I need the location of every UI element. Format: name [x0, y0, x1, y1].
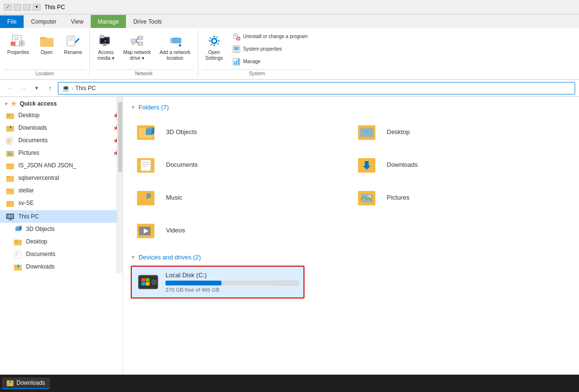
properties-icon: ✓	[11, 33, 26, 49]
svg-rect-95	[142, 162, 149, 163]
ribbon-group-system: Open Settings	[198, 30, 316, 77]
tab-file[interactable]: File	[0, 15, 24, 28]
btn-access-media[interactable]: Access media ▾	[94, 31, 118, 64]
btn-open-settings[interactable]: Open Settings	[202, 31, 226, 64]
pc-downloads-label: Downloads	[26, 263, 55, 270]
svg-rect-71	[7, 215, 13, 218]
sidebar-item-pc-downloads[interactable]: Downloads	[0, 260, 123, 273]
pictures-label: Pictures	[18, 149, 39, 156]
sqlserver-label: sqlservercentral	[18, 175, 59, 181]
sidebar-item-svse[interactable]: sv-SE	[0, 197, 123, 209]
ribbon-group-location: ✓ Properties Open	[0, 30, 90, 77]
sidebar-item-desktop[interactable]: Desktop 📌	[0, 109, 123, 122]
sidebar-item-3dobjects[interactable]: 3D Objects	[0, 223, 123, 235]
svg-rect-83	[18, 265, 19, 267]
svg-rect-24	[138, 36, 143, 40]
sidebar-item-sqlserver[interactable]: sqlservercentral	[0, 172, 123, 184]
folder-music-name: Music	[166, 194, 182, 201]
folders-section-title: Folders (7)	[138, 104, 169, 111]
device-bar-fill	[165, 281, 221, 285]
system-props-label: System properties	[243, 46, 282, 52]
pc-downloads-icon	[14, 262, 23, 271]
svg-rect-41	[234, 47, 239, 50]
sidebar-item-downloads[interactable]: Downloads 📌	[0, 122, 123, 134]
btn-add-network[interactable]: Add a network location	[156, 31, 194, 64]
svg-rect-45	[234, 61, 235, 65]
folders-section-header[interactable]: ▼ Folders (7)	[131, 104, 571, 111]
sidebar-item-documents[interactable]: Documents 📌	[0, 134, 123, 147]
thispc-label: This PC	[18, 213, 39, 220]
folder-desktop[interactable]: Desktop	[352, 116, 572, 148]
btn-rename[interactable]: Rename	[61, 31, 86, 58]
svg-rect-47	[238, 59, 239, 65]
folder-downloads[interactable]: Downloads	[352, 149, 572, 180]
btn-map-network[interactable]: Map network drive ▾	[120, 31, 154, 64]
svg-line-27	[136, 41, 138, 43]
downloads-folder-icon	[6, 123, 15, 133]
svg-rect-111	[141, 278, 145, 282]
btn-system-props[interactable]: System properties	[228, 43, 312, 55]
svg-rect-67	[6, 189, 10, 190]
btn-properties[interactable]: ✓ Properties	[4, 31, 33, 58]
folder-3dobjects[interactable]: 3D Objects	[131, 116, 351, 148]
sidebar-item-stellar[interactable]: stellar	[0, 184, 123, 197]
videos-big-icon	[137, 218, 160, 242]
quick-access-save[interactable]: ✓	[4, 4, 12, 11]
back-btn[interactable]: ←	[4, 82, 15, 94]
tab-drive-tools-sub[interactable]: Drive Tools	[126, 15, 169, 28]
svg-rect-112	[146, 278, 150, 282]
ribbon-system-content: Open Settings	[202, 31, 312, 68]
address-this-pc: This PC	[75, 85, 96, 92]
quick-access-dropdown[interactable]: ▼	[33, 4, 41, 11]
folder-pictures[interactable]: Pictures	[352, 181, 572, 213]
title-bar-left: ✓ ▼	[4, 4, 41, 11]
quick-access-label: Quick access	[20, 100, 57, 107]
taskbar-downloads[interactable]: Downloads	[2, 378, 50, 389]
3dobjects-icon	[14, 224, 23, 234]
tab-view[interactable]: View	[64, 15, 91, 28]
up-btn[interactable]: ↑	[44, 82, 56, 94]
sidebar-item-thispc[interactable]: This PC	[0, 210, 123, 223]
sidebar-item-pc-documents[interactable]: Documents	[0, 248, 123, 260]
btn-uninstall[interactable]: Uninstall or change a program	[228, 31, 312, 42]
desktop-big-icon	[358, 120, 381, 143]
ribbon-system-small-btns: Uninstall or change a program System pro…	[228, 31, 312, 68]
pc-documents-icon	[14, 249, 23, 259]
devices-section-header[interactable]: ▼ Devices and drives (2)	[131, 254, 571, 261]
svg-rect-78	[15, 252, 19, 253]
folder-documents[interactable]: Documents	[131, 149, 351, 180]
address-path[interactable]: 💻 › This PC	[58, 82, 575, 95]
recent-btn[interactable]: ▼	[31, 82, 42, 94]
svg-rect-12	[40, 37, 44, 39]
sidebar-item-isjson[interactable]: IS_JSON AND JSON_	[0, 159, 123, 172]
device-info: Local Disk (C:) 270 GB free of 465 GB	[165, 271, 299, 293]
svg-rect-91	[365, 130, 369, 133]
svg-rect-23	[131, 39, 136, 43]
svg-rect-21	[101, 36, 103, 36]
quick-access-btn2[interactable]	[14, 4, 21, 11]
sidebar-item-pictures[interactable]: Pictures 📌	[0, 147, 123, 159]
folder-videos[interactable]: Videos	[131, 214, 351, 246]
btn-open[interactable]: Open	[35, 31, 59, 58]
btn-manage[interactable]: Manage	[228, 56, 312, 68]
svg-rect-25	[138, 42, 143, 45]
tab-computer[interactable]: Computer	[24, 15, 64, 28]
svg-rect-35	[234, 35, 236, 35]
tab-drive-tools[interactable]: Manage	[91, 15, 126, 28]
sidebar-item-pc-desktop[interactable]: Desktop	[0, 235, 123, 248]
svse-label: sv-SE	[18, 200, 34, 206]
folder-music[interactable]: Music	[131, 181, 351, 213]
device-local-disk[interactable]: Local Disk (C:) 270 GB free of 465 GB	[131, 266, 304, 298]
thispc-icon	[6, 212, 15, 221]
quick-access-section[interactable]: ▼ ★ Quick access	[0, 97, 123, 109]
music-big-icon	[137, 186, 160, 209]
open-icon	[39, 33, 55, 49]
svg-point-18	[104, 43, 106, 45]
add-network-label2: location	[166, 55, 183, 61]
taskbar: Downloads	[0, 375, 579, 392]
quick-access-btn3[interactable]	[23, 4, 31, 11]
downloads-label: Downloads	[18, 124, 47, 131]
forward-btn[interactable]: →	[17, 82, 29, 94]
open-settings-label1: Open	[208, 50, 220, 55]
svg-rect-19	[103, 45, 107, 46]
